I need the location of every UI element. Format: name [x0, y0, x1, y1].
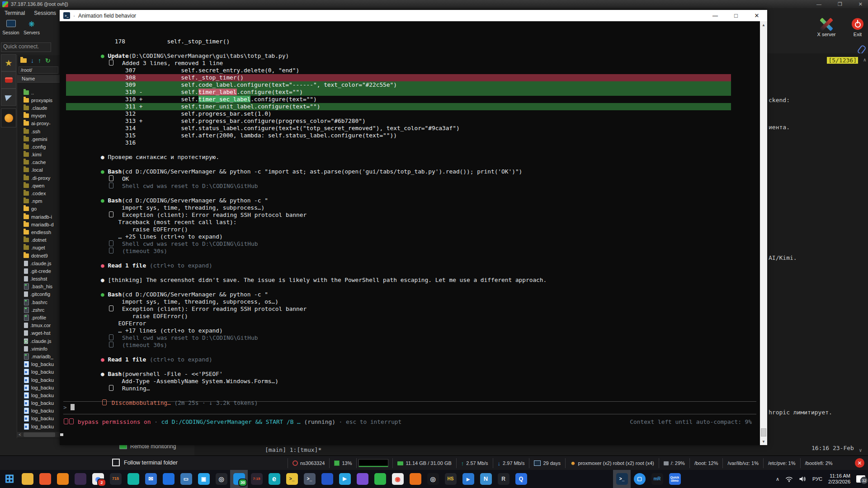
session-button[interactable]: Session: [1, 20, 21, 35]
file-row[interactable]: log_backu: [17, 376, 60, 384]
file-row[interactable]: .npm: [17, 197, 60, 205]
file-row[interactable]: proxyapis: [17, 96, 60, 104]
close-red-icon[interactable]: ✕: [855, 458, 864, 468]
mobaxterm-titlebar[interactable]: 37.187.136.86 ([root ovh]) — ❐ ✕: [0, 0, 868, 8]
favorites-tab[interactable]: ★: [1, 54, 16, 71]
notification-center-icon[interactable]: 32: [856, 475, 865, 483]
brave-icon[interactable]: [36, 470, 54, 488]
file-row[interactable]: .lesshst: [17, 275, 60, 283]
sftp-path-input[interactable]: /root/: [19, 66, 58, 74]
mobaxterm-restore-button[interactable]: ❐: [838, 1, 842, 7]
x-server-button[interactable]: X server: [814, 18, 839, 37]
powershell-icon[interactable]: >_: [613, 470, 631, 488]
refresh-icon[interactable]: ↻: [45, 57, 51, 64]
quickutmo-icon[interactable]: Quick utmo: [666, 470, 684, 488]
file-row[interactable]: .qwen: [17, 182, 60, 189]
quick-connect-input[interactable]: Quick connect.: [1, 42, 51, 52]
green-app-icon[interactable]: [371, 470, 389, 488]
file-row[interactable]: log_backu: [17, 391, 60, 399]
terminal-scroll-down-icon[interactable]: ∨: [859, 447, 862, 453]
scroll-left-icon[interactable]: <: [17, 432, 23, 437]
wifi-icon[interactable]: [785, 476, 793, 482]
edge-teal-icon[interactable]: e: [265, 470, 283, 488]
anydesk-icon[interactable]: ▢: [631, 470, 648, 488]
file-row[interactable]: mariadb-d: [17, 221, 60, 228]
volume-icon[interactable]: [799, 476, 807, 482]
upload-icon[interactable]: ↑: [38, 57, 41, 64]
file-row[interactable]: myvpn: [17, 112, 60, 120]
file-row[interactable]: log_backu: [17, 422, 60, 430]
tor-browser-icon[interactable]: [71, 470, 89, 488]
file-row[interactable]: .nuget: [17, 244, 60, 252]
tray-expand-icon[interactable]: ∧: [776, 476, 779, 482]
file-row[interactable]: .di-proxy: [17, 174, 60, 182]
blue-square-app-icon[interactable]: [318, 470, 336, 488]
file-row[interactable]: .local: [17, 166, 60, 174]
file-row[interactable]: .tmux.cor: [17, 322, 60, 329]
display-app-icon[interactable]: ▭: [177, 470, 195, 488]
quick-app-icon[interactable]: Q: [512, 470, 530, 488]
notes-app-icon[interactable]: N: [477, 470, 495, 488]
mremoteng-icon[interactable]: mR: [648, 470, 666, 488]
obs-2-icon[interactable]: ◎: [424, 470, 442, 488]
file-row[interactable]: .claude.js: [17, 337, 60, 345]
file-row[interactable]: .zshrc: [17, 306, 60, 314]
sftp-tab[interactable]: [1, 108, 16, 127]
mobaxterm-minimize-button[interactable]: —: [816, 1, 821, 7]
folder-up-icon[interactable]: [20, 58, 27, 63]
file-row[interactable]: mariadb-i: [17, 213, 60, 221]
file-row[interactable]: .mariadb_: [17, 352, 60, 360]
file-row[interactable]: .gitconfig: [17, 291, 60, 298]
file-row[interactable]: ai-proxy-: [17, 120, 60, 127]
scrollbar-thumb[interactable]: [761, 428, 766, 436]
firefox-icon[interactable]: [54, 470, 71, 488]
file-row[interactable]: go: [17, 205, 60, 213]
download-icon[interactable]: ↓: [31, 57, 34, 64]
window-scrollbar[interactable]: ▲ ▼: [760, 21, 767, 445]
file-row[interactable]: .git-crede: [17, 267, 60, 275]
blue-app-icon[interactable]: [160, 470, 177, 488]
camera-app-icon[interactable]: ▸: [459, 470, 477, 488]
clock-715-icon[interactable]: 7:15: [248, 470, 265, 488]
file-row[interactable]: .kimi: [17, 151, 60, 159]
servers-button[interactable]: ❋ Servers: [22, 20, 42, 35]
file-row[interactable]: .config: [17, 143, 60, 150]
file-row[interactable]: .claude.js: [17, 259, 60, 267]
tools-tab[interactable]: [1, 71, 16, 89]
file-row[interactable]: .claude: [17, 104, 60, 112]
file-row[interactable]: .gemini: [17, 135, 60, 143]
name-column-header[interactable]: Name: [17, 75, 60, 83]
obs-icon[interactable]: ◎: [212, 470, 230, 488]
mobaxterm-close-button[interactable]: ✕: [859, 1, 863, 7]
terminal-scroll-up-icon[interactable]: ∧: [863, 57, 866, 63]
file-row[interactable]: .viminfo: [17, 345, 60, 352]
file-row[interactable]: log_backu: [17, 384, 60, 391]
file-row[interactable]: dotnet9: [17, 252, 60, 259]
file-row[interactable]: .ssh: [17, 127, 60, 135]
file-row[interactable]: .bash_his: [17, 283, 60, 291]
file-row[interactable]: .bashrc: [17, 298, 60, 306]
file-row[interactable]: log_backu: [17, 407, 60, 415]
scrollbar-down-icon[interactable]: ▼: [760, 438, 767, 445]
terminal-folder-icon[interactable]: >_: [283, 470, 301, 488]
file-row[interactable]: .dotnet: [17, 236, 60, 244]
file-row[interactable]: .codex: [17, 189, 60, 197]
follow-terminal-folder-checkbox[interactable]: [112, 459, 120, 466]
chrome-2-icon[interactable]: ◉: [389, 470, 406, 488]
hscroll-thumb[interactable]: [24, 432, 55, 437]
clock[interactable]: 11:16 AM 2/23/2026: [828, 473, 850, 485]
chrome-icon[interactable]: ◉ 2: [89, 470, 107, 488]
file-row[interactable]: log_backu: [17, 368, 60, 376]
r-app-icon[interactable]: R: [495, 470, 512, 488]
telegram-icon[interactable]: ▶: [336, 470, 354, 488]
firefox-2-icon[interactable]: [406, 470, 424, 488]
file-row[interactable]: log_backu: [17, 415, 60, 422]
mail-app-icon[interactable]: ✉: [142, 470, 160, 488]
file-row[interactable]: log_backu: [17, 361, 60, 368]
sessions-tab[interactable]: [1, 89, 16, 106]
language-indicator[interactable]: РУС: [812, 476, 822, 482]
chat-app-icon[interactable]: 30: [230, 470, 248, 488]
purple-app-icon[interactable]: [354, 470, 371, 488]
window-minimize-button[interactable]: —: [705, 10, 726, 21]
file-explorer-icon[interactable]: [19, 470, 36, 488]
